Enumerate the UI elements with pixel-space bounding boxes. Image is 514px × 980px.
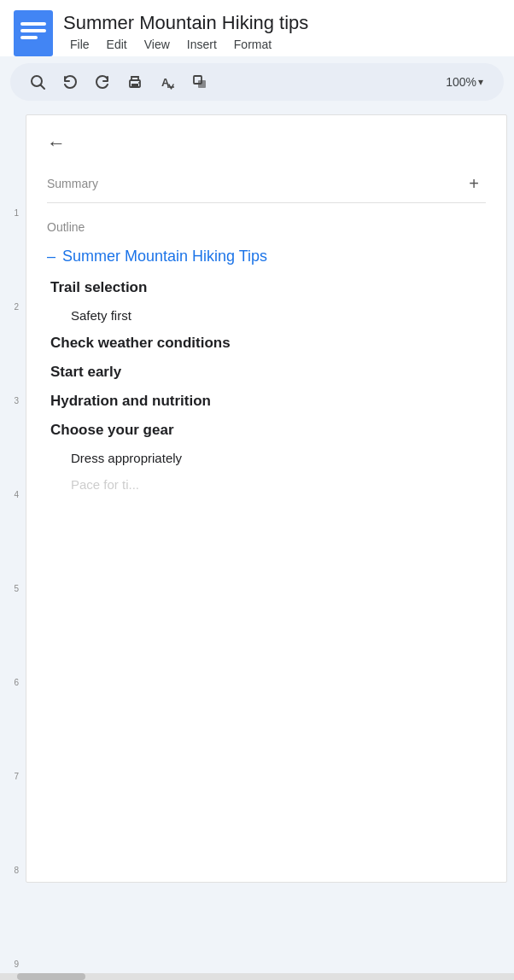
add-summary-button[interactable]: + [462,172,486,195]
docs-logo-icon [14,10,53,56]
menu-insert[interactable]: Insert [180,36,224,53]
menu-edit[interactable]: Edit [100,36,134,53]
ruler-mark-6: 6 [14,678,19,687]
ruler-mark-8: 8 [14,866,19,875]
svg-line-5 [41,85,45,90]
outline-item-trail-selection[interactable]: Trail selection [47,279,486,296]
search-button[interactable] [24,68,51,96]
svg-point-8 [138,82,140,84]
ruler-mark-2: 2 [14,302,19,312]
menu-bar: File Edit View Insert Format [63,36,308,53]
ruler-mark-9: 9 [14,960,19,969]
ruler-mark-4: 4 [14,490,19,499]
outline-item-safety-first[interactable]: Safety first [47,308,486,323]
ruler-mark-7: 7 [14,772,19,781]
svg-rect-7 [131,84,138,86]
menu-format[interactable]: Format [227,36,278,53]
toolbar: A 100% ▾ [10,63,504,101]
outline-document-title: Summer Mountain Hiking Tips [62,248,267,265]
ruler-mark-3: 3 [14,396,19,405]
back-button[interactable]: ← [47,132,66,155]
outline-title-item[interactable]: – Summer Mountain Hiking Tips [47,248,486,265]
horizontal-scrollbar[interactable] [0,973,514,980]
ruler: 1 2 3 4 5 6 7 8 9 [0,114,26,883]
print-button[interactable] [121,68,149,96]
svg-rect-0 [14,10,53,56]
redo-button[interactable] [89,68,116,96]
outline-item-hydration[interactable]: Hydration and nutrition [47,393,486,410]
section-divider [47,202,486,203]
outline-item-choose-gear[interactable]: Choose your gear [47,422,486,439]
header-title-area: Summer Mountain Hiking tips File Edit Vi… [63,9,308,53]
outline-collapse-icon: – [47,248,55,265]
summary-header: Summary + [47,172,486,195]
outline-label: Outline [47,220,486,234]
svg-rect-12 [198,80,206,88]
scrollbar-thumb[interactable] [17,973,85,980]
undo-button[interactable] [56,68,84,96]
svg-rect-1 [20,22,46,26]
outline-item-start-early[interactable]: Start early [47,364,486,381]
document-panel: ← Summary + Outline – Summer Mountain Hi… [26,114,507,883]
svg-rect-2 [20,29,46,32]
svg-rect-3 [20,36,38,39]
outline-item-check-weather[interactable]: Check weather conditions [47,335,486,352]
menu-view[interactable]: View [137,36,177,53]
ruler-mark-5: 5 [14,584,19,593]
spellcheck-button[interactable]: A [154,68,181,96]
paint-format-button[interactable] [186,68,213,96]
zoom-value: 100% [446,75,476,89]
summary-label: Summary [47,177,98,190]
document-title: Summer Mountain Hiking tips [63,12,308,34]
outline-item-partial[interactable]: Pace for ti... [47,477,486,489]
zoom-dropdown-icon: ▾ [478,76,483,88]
app-header: Summer Mountain Hiking tips File Edit Vi… [0,0,514,56]
menu-file[interactable]: File [63,36,96,53]
zoom-control[interactable]: 100% ▾ [439,72,490,92]
outline-item-dress-appropriately[interactable]: Dress appropriately [47,451,486,465]
ruler-mark-1: 1 [14,208,19,218]
main-area: 1 2 3 4 5 6 7 8 9 ← Summary + Outline – … [0,108,514,890]
